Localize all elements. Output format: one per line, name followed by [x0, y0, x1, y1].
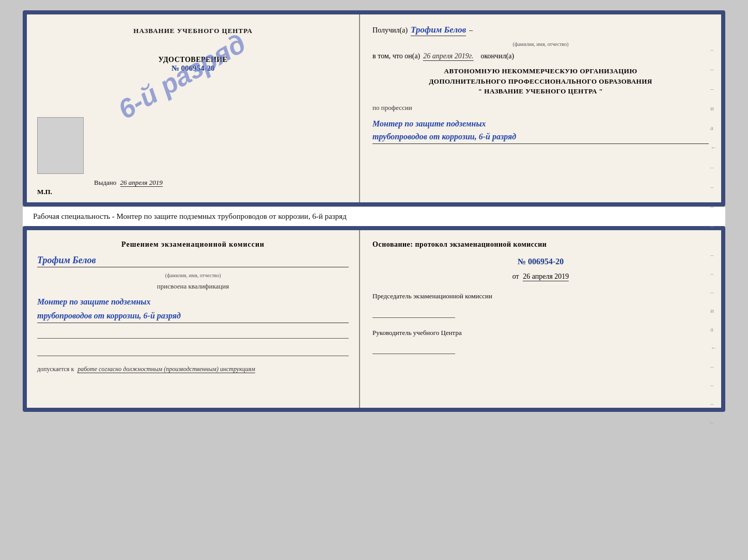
udostoverenie-label: УДОСТОВЕРЕНИЕ	[159, 56, 228, 64]
top-certificate-book: НАЗВАНИЕ УЧЕБНОГО ЦЕНТРА 6-й разряд УДОС…	[23, 10, 725, 206]
blank-lines	[37, 329, 349, 356]
dopuskaetsya-value: работе согласно должностным (производств…	[77, 365, 255, 373]
poluchil-prefix: Получил(а)	[372, 26, 408, 35]
ot-date: от 26 апреля 2019	[372, 273, 709, 281]
dopuskaetsya-block: допускается к работе согласно должностны…	[37, 364, 349, 374]
ot-date-value: 26 апреля 2019	[523, 273, 569, 281]
udostoverenie-block: УДОСТОВЕРЕНИЕ № 006954-20	[159, 56, 228, 73]
stamp-overlay: 6-й разряд	[117, 21, 246, 132]
poluchil-row: Получил(а) Трофим Белов –	[372, 25, 709, 36]
center-title-top: НАЗВАНИЕ УЧЕБНОГО ЦЕНТРА	[133, 27, 253, 35]
rukovoditel-signature-line	[372, 342, 455, 354]
po-professii-label: по профессии	[372, 104, 709, 112]
blank-line-1	[37, 329, 349, 339]
poluchil-dash: –	[469, 26, 473, 35]
cert-left-panel: НАЗВАНИЕ УЧЕБНОГО ЦЕНТРА 6-й разряд УДОС…	[27, 14, 360, 202]
predsedatel-label: Председатель экзаменационной комиссии	[372, 291, 709, 301]
protocol-number: № 006954-20	[372, 257, 709, 266]
okonchil-label: окончил(а)	[481, 52, 515, 60]
mp-label: М.П.	[37, 188, 52, 196]
bottom-name: Трофим Белов	[37, 255, 349, 267]
osnovanie-title: Основание: протокол экзаменационной коми…	[372, 241, 709, 249]
kvali-value: Монтер по защите подземных трубопроводов…	[37, 295, 349, 323]
fio-hint-top: (фамилия, имя, отчество)	[372, 41, 709, 47]
org-block: АВТОНОМНУЮ НЕКОММЕРЧЕСКУЮ ОРГАНИЗАЦИЮ ДО…	[372, 66, 709, 97]
photo-placeholder	[37, 117, 84, 174]
prof-value: Монтер по защите подземных трубопроводов…	[372, 117, 709, 144]
prof-line1: Монтер по защите подземных	[372, 119, 486, 128]
right-dashes-top: – – – и а ← – – – –	[710, 45, 717, 230]
vtom-date: 26 апреля 2019г.	[423, 52, 473, 61]
vydano-date: 26 апреля 2019	[120, 179, 163, 187]
vydano-line: Выдано 26 апреля 2019	[94, 179, 163, 187]
vtom-row: в том, что он(а) 26 апреля 2019г. окончи…	[372, 52, 709, 61]
bottom-left-panel: Решением экзаменационной комиссии Трофим…	[27, 230, 360, 408]
rukovoditel-label: Руководитель учебного Центра	[372, 328, 709, 338]
blank-line-2	[37, 347, 349, 356]
specialty-line: Рабочая специальность - Монтер по защите…	[23, 206, 725, 226]
kvali-line2: трубопроводов от коррозии, 6-й разряд	[37, 311, 181, 320]
prof-line2: трубопроводов от коррозии, 6-й разряд	[372, 132, 516, 141]
udostoverenie-number: № 006954-20	[159, 64, 228, 73]
bottom-certificate-book: Решением экзаменационной комиссии Трофим…	[23, 226, 725, 412]
ot-prefix: от	[512, 273, 519, 280]
cert-right-panel: Получил(а) Трофим Белов – (фамилия, имя,…	[360, 14, 721, 202]
vydano-prefix: Выдано	[94, 179, 116, 186]
stamp-text: 6-й разряд	[113, 27, 251, 125]
bottom-fio-hint: (фамилия, имя, отчество)	[37, 273, 349, 278]
bottom-right-panel: Основание: протокол экзаменационной коми…	[360, 230, 721, 408]
poluchil-name: Трофим Белов	[411, 25, 466, 36]
prisvoyena-label: присвоена квалификация	[37, 282, 349, 291]
org-line3: " НАЗВАНИЕ УЧЕБНОГО ЦЕНТРА "	[372, 86, 709, 97]
predsedatel-block: Председатель экзаменационной комиссии	[372, 291, 709, 318]
dopuskaetsya-prefix: допускается к	[37, 365, 74, 373]
predsedatel-signature-line	[372, 306, 455, 318]
document-wrapper: НАЗВАНИЕ УЧЕБНОГО ЦЕНТРА 6-й разряд УДОС…	[23, 10, 725, 412]
kvali-line1: Монтер по защите подземных	[37, 297, 150, 306]
org-line1: АВТОНОМНУЮ НЕКОММЕРЧЕСКУЮ ОРГАНИЗАЦИЮ	[372, 66, 709, 76]
org-line2: ДОПОЛНИТЕЛЬНОГО ПРОФЕССИОНАЛЬНОГО ОБРАЗО…	[372, 76, 709, 87]
reshenie-title: Решением экзаменационной комиссии	[37, 241, 349, 249]
right-dashes-bottom: – – – и а ← – – – –	[710, 251, 717, 426]
rukovoditel-block: Руководитель учебного Центра	[372, 328, 709, 354]
vtom-prefix: в том, что он(а)	[372, 52, 420, 60]
